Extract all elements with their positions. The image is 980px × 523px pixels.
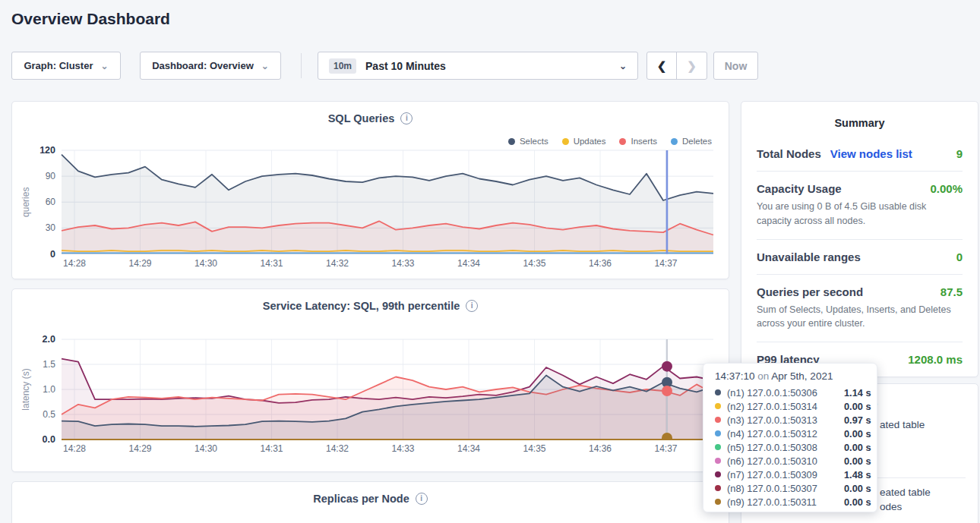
tooltip-node-row: (n8) 127.0.0.1:503070.00 s xyxy=(715,481,877,495)
tooltip-node-row: (n9) 127.0.0.1:503110.00 s xyxy=(715,495,877,509)
tooltip-node-row: (n3) 127.0.0.1:503130.97 s xyxy=(715,413,877,427)
node-color-dot-icon xyxy=(715,485,721,491)
legend-item-deletes[interactable]: Deletes xyxy=(671,137,712,146)
svg-text:0.5: 0.5 xyxy=(43,409,55,420)
chevron-down-icon: ⌄ xyxy=(261,61,269,71)
legend-label: Deletes xyxy=(682,137,712,146)
svg-text:14:33: 14:33 xyxy=(391,443,414,454)
svg-text:queries: queries xyxy=(21,187,31,217)
summary-row-total-nodes: Total Nodes View nodes list 9 xyxy=(757,137,963,171)
p99-latency-value: 1208.0 ms xyxy=(908,353,963,366)
chevron-down-icon: ⌄ xyxy=(619,61,627,71)
capacity-value: 0.00% xyxy=(930,182,963,195)
time-nav-group: ❮ ❯ xyxy=(646,52,707,80)
tooltip-node-value: 0.00 s xyxy=(844,428,871,440)
legend-item-selects[interactable]: Selects xyxy=(508,137,548,146)
node-color-dot-icon xyxy=(715,471,721,477)
info-icon[interactable]: i xyxy=(416,493,428,505)
svg-text:60: 60 xyxy=(46,197,56,207)
event-item-fragment: ated table xyxy=(880,419,925,430)
tooltip-node-value: 0.00 s xyxy=(844,455,871,467)
svg-text:120: 120 xyxy=(40,145,55,156)
svg-text:14:31: 14:31 xyxy=(260,443,283,454)
time-range-badge: 10m xyxy=(329,58,356,74)
tooltip-node-value: 0.00 s xyxy=(844,483,871,494)
svg-text:14:29: 14:29 xyxy=(128,258,151,269)
tooltip-node-label: (n5) 127.0.0.1:50308 xyxy=(727,442,838,453)
total-nodes-value: 9 xyxy=(956,147,963,160)
view-nodes-list-link[interactable]: View nodes list xyxy=(830,147,912,160)
svg-text:0: 0 xyxy=(50,249,55,260)
svg-text:90: 90 xyxy=(46,171,56,181)
svg-text:14:29: 14:29 xyxy=(128,443,151,454)
dashboard-dropdown-label: Dashboard: Overview xyxy=(152,60,254,71)
legend-label: Selects xyxy=(520,137,548,146)
qps-description: Sum of Selects, Updates, Inserts, and De… xyxy=(757,303,963,332)
tooltip-node-value: 1.14 s xyxy=(844,387,871,399)
toolbar-divider xyxy=(301,53,302,78)
prev-time-button[interactable]: ❮ xyxy=(647,52,677,79)
time-range-dropdown[interactable]: 10m Past 10 Minutes ⌄ xyxy=(318,52,638,80)
now-button[interactable]: Now xyxy=(713,52,758,80)
service-latency-chart[interactable]: 14:2814:2914:3014:3114:3214:3314:3414:35… xyxy=(12,289,730,473)
total-nodes-label: Total Nodes xyxy=(757,147,821,160)
capacity-description: You are using 0 B of 4.5 GiB usable disk… xyxy=(757,200,963,228)
tooltip-node-label: (n2) 127.0.0.1:50314 xyxy=(727,401,838,412)
tooltip-timestamp: 14:37:10 on Apr 5th, 2021 xyxy=(715,370,877,382)
svg-text:14:34: 14:34 xyxy=(457,258,480,269)
tooltip-node-row: (n1) 127.0.0.1:503061.14 s xyxy=(715,386,877,399)
svg-text:30: 30 xyxy=(46,222,56,233)
time-range-label: Past 10 Minutes xyxy=(365,60,446,72)
tooltip-node-row: (n6) 127.0.0.1:503100.00 s xyxy=(715,454,877,468)
svg-text:1.0: 1.0 xyxy=(43,384,55,395)
node-color-dot-icon xyxy=(715,403,721,409)
svg-text:14:33: 14:33 xyxy=(391,258,414,269)
tooltip-node-label: (n8) 127.0.0.1:50307 xyxy=(727,483,838,494)
capacity-label: Capacity Usage xyxy=(757,182,842,195)
summary-row-qps: Queries per second 87.5 Sum of Selects, … xyxy=(757,274,963,342)
chart-hover-tooltip: 14:37:10 on Apr 5th, 2021 (n1) 127.0.0.1… xyxy=(703,363,877,512)
tooltip-node-row: (n7) 127.0.0.1:503091.48 s xyxy=(715,468,877,481)
node-color-dot-icon xyxy=(715,417,721,423)
node-color-dot-icon xyxy=(715,444,721,450)
legend-dot-icon xyxy=(508,138,515,145)
replicas-per-node-panel: Replicas per Node i xyxy=(11,481,729,523)
svg-text:0.0: 0.0 xyxy=(43,434,55,445)
svg-text:14:32: 14:32 xyxy=(326,258,349,269)
svg-text:14:30: 14:30 xyxy=(194,443,217,454)
svg-text:14:36: 14:36 xyxy=(589,443,612,454)
svg-text:14:31: 14:31 xyxy=(260,258,283,269)
tooltip-node-label: (n6) 127.0.0.1:50310 xyxy=(727,455,838,467)
sql-queries-chart[interactable]: 14:2814:2914:3014:3114:3214:3314:3414:35… xyxy=(12,102,730,280)
node-color-dot-icon xyxy=(715,499,721,505)
svg-text:14:37: 14:37 xyxy=(654,443,677,454)
sql-queries-legend: SelectsUpdatesInsertsDeletes xyxy=(508,137,712,146)
svg-text:14:35: 14:35 xyxy=(523,258,545,269)
legend-item-updates[interactable]: Updates xyxy=(562,137,606,146)
qps-value: 87.5 xyxy=(940,285,963,298)
tooltip-node-value: 1.48 s xyxy=(844,469,871,480)
legend-item-inserts[interactable]: Inserts xyxy=(619,137,657,146)
tooltip-node-value: 0.00 s xyxy=(844,496,871,508)
svg-text:1.5: 1.5 xyxy=(43,359,55,370)
next-time-button[interactable]: ❯ xyxy=(677,52,707,79)
tooltip-node-list: (n1) 127.0.0.1:503061.14 s(n2) 127.0.0.1… xyxy=(715,386,877,509)
svg-text:14:35: 14:35 xyxy=(523,443,545,454)
svg-text:2.0: 2.0 xyxy=(43,334,55,345)
svg-text:14:28: 14:28 xyxy=(63,443,86,454)
qps-label: Queries per second xyxy=(757,285,863,298)
svg-text:latency (s): latency (s) xyxy=(21,368,31,410)
replicas-per-node-title: Replicas per Node i xyxy=(12,493,729,505)
tooltip-node-label: (n1) 127.0.0.1:50306 xyxy=(727,387,838,399)
tooltip-node-value: 0.97 s xyxy=(844,414,871,426)
svg-text:14:37: 14:37 xyxy=(654,258,677,269)
graph-dropdown[interactable]: Graph: Cluster ⌄ xyxy=(11,52,121,80)
event-item-fragment: eated table xyxy=(880,487,931,498)
tooltip-node-value: 0.00 s xyxy=(844,401,871,412)
summary-panel: Summary Total Nodes View nodes list 9 Ca… xyxy=(741,101,978,377)
legend-dot-icon xyxy=(562,138,569,145)
legend-dot-icon xyxy=(619,138,626,145)
dashboard-dropdown[interactable]: Dashboard: Overview ⌄ xyxy=(140,52,281,80)
svg-text:14:34: 14:34 xyxy=(457,443,480,454)
svg-text:14:36: 14:36 xyxy=(589,258,612,269)
